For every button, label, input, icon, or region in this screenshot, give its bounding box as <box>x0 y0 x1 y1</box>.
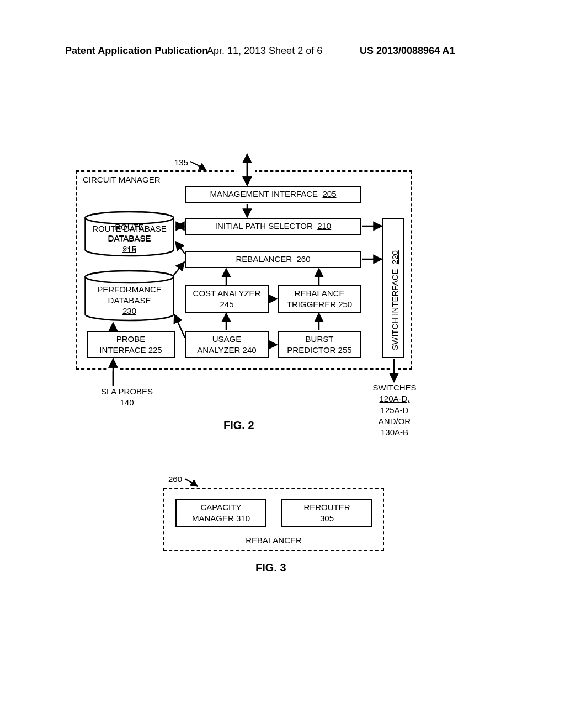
fig3-arrows <box>0 0 565 607</box>
page: Patent Application Publication Apr. 11, … <box>0 0 565 728</box>
